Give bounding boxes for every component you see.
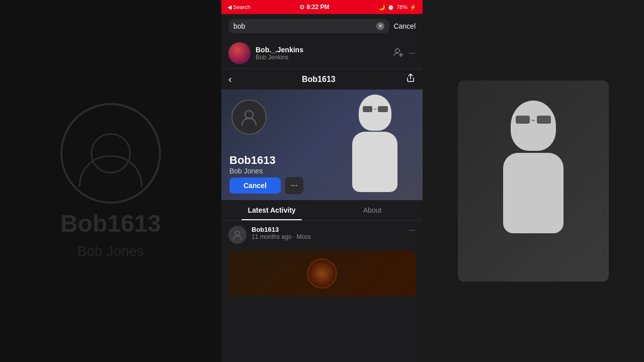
profile-more-button[interactable]: ··· — [285, 177, 303, 194]
result-username: Bob._.Jenkins — [256, 46, 388, 54]
result-more-button[interactable]: ··· — [409, 49, 416, 58]
tab-latest-activity[interactable]: Latest Activity — [221, 200, 322, 220]
activity-subtitle: 11 months ago · Moss — [252, 233, 404, 240]
bg-figure-body — [503, 153, 564, 233]
profile-avatar — [231, 100, 267, 135]
phone-wrapper: ◀ Search ⊙ 8:22 PM 🌙 ⏰ 78% ⚡ bob ✕ Cance… — [221, 0, 423, 362]
tab-about[interactable]: About — [322, 200, 423, 220]
profile-username: Bob1613 — [229, 154, 276, 167]
profile-realname: Bob Jones — [229, 167, 276, 175]
background-left: Bob1613 Bob Jones — [0, 0, 221, 362]
activity-username: Bob1613 — [252, 226, 404, 233]
phone: ◀ Search ⊙ 8:22 PM 🌙 ⏰ 78% ⚡ bob ✕ Cance… — [221, 0, 423, 362]
search-cancel-button[interactable]: Cancel — [393, 22, 416, 30]
profile-nav: ‹ Bob1613 — [221, 68, 423, 89]
activity-section: Bob1613 11 months ago · Moss ··· — [221, 221, 423, 362]
activity-avatar — [228, 226, 247, 244]
activity-media — [228, 251, 416, 296]
battery-icon: ⚡ — [410, 4, 417, 11]
profile-nav-title: Bob1613 — [302, 75, 336, 84]
bg-username: Bob1613 — [60, 210, 161, 237]
alarm-icon: ⏰ — [387, 4, 394, 11]
add-friend-button[interactable] — [393, 47, 404, 60]
svg-point-0 — [395, 49, 399, 53]
location-icon: ⊙ — [299, 4, 304, 11]
result-actions: ··· — [393, 47, 416, 60]
activity-item: Bob1613 11 months ago · Moss ··· — [221, 221, 423, 249]
search-clear-button[interactable]: ✕ — [376, 22, 384, 30]
bg-realname: Bob Jones — [77, 243, 144, 259]
bg-avatar-circle — [60, 103, 161, 204]
profile-banner: Bob1613 Bob Jones Cancel ··· — [221, 89, 423, 200]
back-button[interactable]: ‹ — [228, 73, 232, 85]
result-realname: Bob Jenkins — [256, 54, 388, 61]
activity-meta: Bob1613 11 months ago · Moss — [252, 226, 404, 240]
search-result-item[interactable]: Bob._.Jenkins Bob Jenkins ··· — [221, 38, 423, 68]
svg-point-3 — [245, 111, 253, 119]
status-bar: ◀ Search ⊙ 8:22 PM 🌙 ⏰ 78% ⚡ — [221, 0, 423, 14]
search-input-wrap[interactable]: bob ✕ — [228, 19, 389, 33]
status-back: ◀ Search — [227, 4, 251, 11]
bg-figure-head — [511, 101, 556, 151]
result-info: Bob._.Jenkins Bob Jenkins — [256, 46, 388, 61]
svg-point-4 — [235, 231, 240, 236]
moon-icon: 🌙 — [378, 4, 385, 11]
profile-tabs: Latest Activity About — [221, 200, 423, 221]
search-bar: bob ✕ Cancel — [221, 14, 423, 38]
background-right — [423, 0, 644, 362]
media-thumbnail — [307, 258, 337, 289]
result-avatar — [228, 42, 251, 64]
profile-3d-avatar — [342, 95, 408, 195]
share-button[interactable] — [406, 73, 416, 85]
search-value: bob — [233, 22, 373, 30]
cancel-follow-button[interactable]: Cancel — [229, 177, 281, 194]
activity-more-button[interactable]: ··· — [409, 226, 416, 235]
battery-text: 78% — [396, 4, 408, 10]
status-time: 8:22 PM — [306, 4, 329, 11]
